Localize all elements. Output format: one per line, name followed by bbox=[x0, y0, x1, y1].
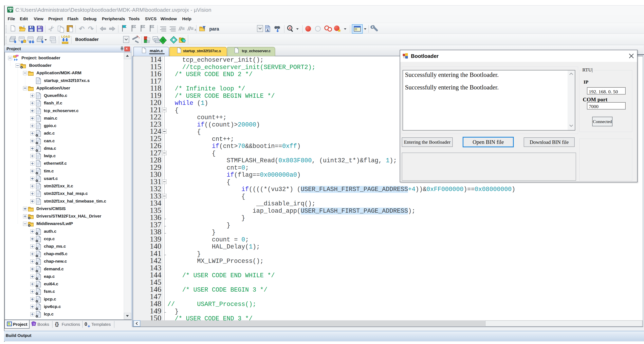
svg-text:d: d bbox=[289, 26, 291, 30]
